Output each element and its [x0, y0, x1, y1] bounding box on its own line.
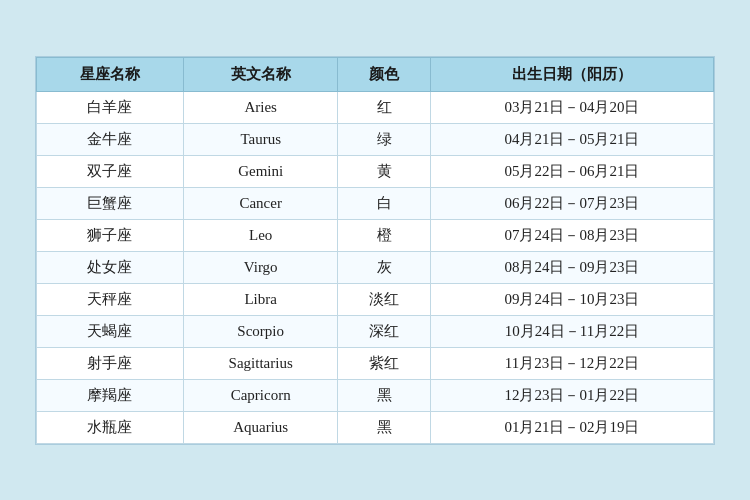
table-row: 白羊座Aries红03月21日－04月20日	[37, 91, 714, 123]
table-row: 射手座Sagittarius紫红11月23日－12月22日	[37, 347, 714, 379]
cell-color: 橙	[338, 219, 431, 251]
cell-color: 灰	[338, 251, 431, 283]
table-row: 天蝎座Scorpio深红10月24日－11月22日	[37, 315, 714, 347]
cell-color: 紫红	[338, 347, 431, 379]
cell-color: 淡红	[338, 283, 431, 315]
cell-color: 绿	[338, 123, 431, 155]
cell-color: 黑	[338, 379, 431, 411]
cell-chinese: 金牛座	[37, 123, 184, 155]
cell-chinese: 天秤座	[37, 283, 184, 315]
table-header-row: 星座名称 英文名称 颜色 出生日期（阳历）	[37, 57, 714, 91]
table-row: 处女座Virgo灰08月24日－09月23日	[37, 251, 714, 283]
cell-chinese: 摩羯座	[37, 379, 184, 411]
cell-chinese: 双子座	[37, 155, 184, 187]
table-row: 摩羯座Capricorn黑12月23日－01月22日	[37, 379, 714, 411]
cell-chinese: 处女座	[37, 251, 184, 283]
cell-color: 白	[338, 187, 431, 219]
cell-dates: 08月24日－09月23日	[430, 251, 713, 283]
cell-dates: 01月21日－02月19日	[430, 411, 713, 443]
cell-dates: 09月24日－10月23日	[430, 283, 713, 315]
zodiac-table-wrapper: 星座名称 英文名称 颜色 出生日期（阳历） 白羊座Aries红03月21日－04…	[35, 56, 715, 445]
cell-dates: 10月24日－11月22日	[430, 315, 713, 347]
table-row: 狮子座Leo橙07月24日－08月23日	[37, 219, 714, 251]
cell-english: Capricorn	[183, 379, 338, 411]
cell-dates: 04月21日－05月21日	[430, 123, 713, 155]
table-row: 水瓶座Aquarius黑01月21日－02月19日	[37, 411, 714, 443]
cell-english: Taurus	[183, 123, 338, 155]
col-header-chinese: 星座名称	[37, 57, 184, 91]
cell-english: Libra	[183, 283, 338, 315]
cell-english: Gemini	[183, 155, 338, 187]
cell-english: Virgo	[183, 251, 338, 283]
col-header-english: 英文名称	[183, 57, 338, 91]
cell-chinese: 水瓶座	[37, 411, 184, 443]
cell-chinese: 巨蟹座	[37, 187, 184, 219]
cell-color: 红	[338, 91, 431, 123]
col-header-color: 颜色	[338, 57, 431, 91]
col-header-dates: 出生日期（阳历）	[430, 57, 713, 91]
cell-english: Cancer	[183, 187, 338, 219]
cell-chinese: 射手座	[37, 347, 184, 379]
cell-dates: 11月23日－12月22日	[430, 347, 713, 379]
cell-dates: 06月22日－07月23日	[430, 187, 713, 219]
cell-chinese: 白羊座	[37, 91, 184, 123]
table-row: 巨蟹座Cancer白06月22日－07月23日	[37, 187, 714, 219]
cell-dates: 05月22日－06月21日	[430, 155, 713, 187]
cell-english: Aquarius	[183, 411, 338, 443]
cell-color: 黑	[338, 411, 431, 443]
cell-dates: 03月21日－04月20日	[430, 91, 713, 123]
cell-chinese: 天蝎座	[37, 315, 184, 347]
table-row: 双子座Gemini黄05月22日－06月21日	[37, 155, 714, 187]
table-row: 金牛座Taurus绿04月21日－05月21日	[37, 123, 714, 155]
zodiac-table: 星座名称 英文名称 颜色 出生日期（阳历） 白羊座Aries红03月21日－04…	[36, 57, 714, 444]
cell-english: Sagittarius	[183, 347, 338, 379]
cell-color: 深红	[338, 315, 431, 347]
cell-chinese: 狮子座	[37, 219, 184, 251]
cell-english: Leo	[183, 219, 338, 251]
cell-english: Scorpio	[183, 315, 338, 347]
cell-dates: 07月24日－08月23日	[430, 219, 713, 251]
cell-color: 黄	[338, 155, 431, 187]
table-row: 天秤座Libra淡红09月24日－10月23日	[37, 283, 714, 315]
cell-dates: 12月23日－01月22日	[430, 379, 713, 411]
cell-english: Aries	[183, 91, 338, 123]
